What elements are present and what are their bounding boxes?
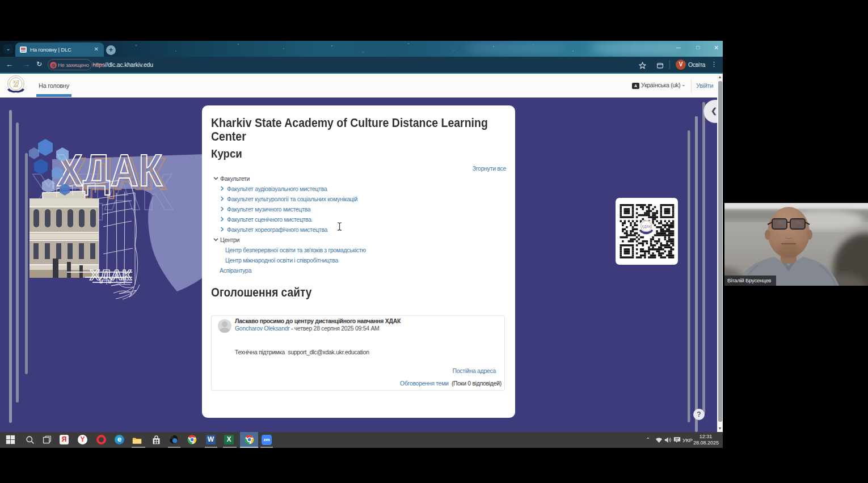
svg-text:ХДАК: ХДАК [641,224,651,229]
svg-text:ХДАК: ХДАК [90,267,132,283]
svg-text:АК: АК [13,84,19,88]
